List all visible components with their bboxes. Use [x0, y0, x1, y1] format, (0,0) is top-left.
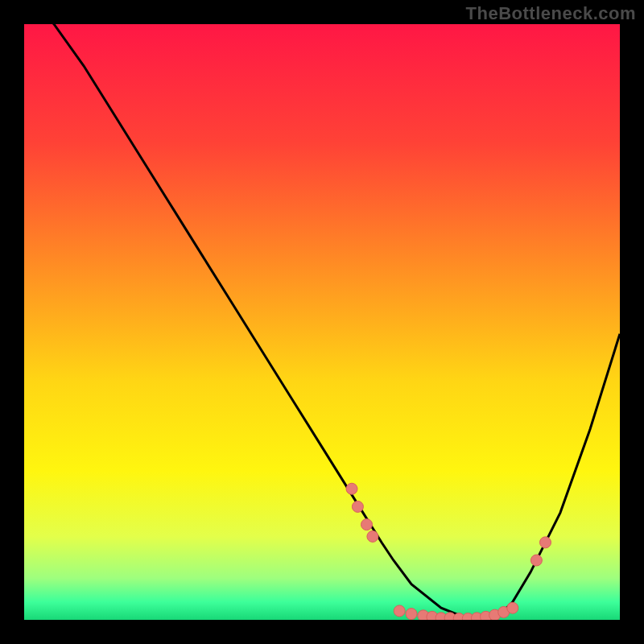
data-point-marker [406, 609, 417, 620]
data-point-marker [394, 605, 405, 617]
watermark-text: TheBottleneck.com [466, 3, 636, 24]
data-point-marker [367, 530, 378, 542]
data-point-marker [352, 501, 363, 512]
data-point-marker [346, 483, 357, 494]
data-point-marker [540, 537, 551, 548]
data-point-marker [507, 602, 518, 613]
data-point-marker [361, 519, 373, 530]
plot-area [24, 24, 620, 620]
data-point-marker [530, 555, 542, 566]
chart-svg [24, 24, 620, 620]
chart-frame: TheBottleneck.com [0, 0, 644, 644]
